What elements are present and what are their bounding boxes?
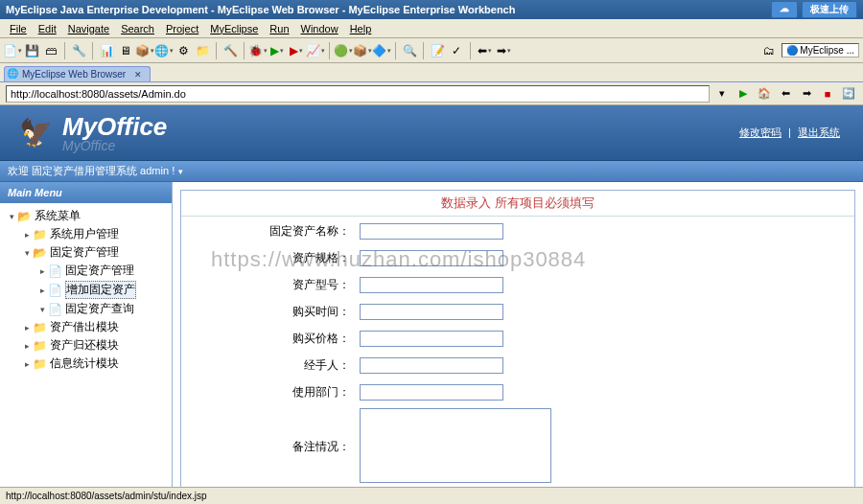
new-pkg-icon[interactable]: 📦 xyxy=(354,42,371,59)
folder-icon: 📂 xyxy=(17,210,33,223)
window-titlebar: MyEclipse Java Enterprise Development - … xyxy=(0,0,863,19)
tree-item-asset-query[interactable]: ▾ 📄 固定资产查询 xyxy=(2,300,170,318)
logo-icon: 🦅 xyxy=(19,117,53,149)
db-icon[interactable]: 📊 xyxy=(98,42,115,59)
expand-icon[interactable]: ▸ xyxy=(21,323,33,332)
label-model: 资产型号： xyxy=(183,272,356,297)
tree-item-stats[interactable]: ▸ 📁 信息统计模块 xyxy=(2,355,170,373)
server-icon[interactable]: 🖥 xyxy=(117,42,134,59)
annotate-icon[interactable]: 📝 xyxy=(429,42,446,59)
folder-icon: 📁 xyxy=(33,228,48,241)
input-dept[interactable] xyxy=(360,384,503,401)
tree-item-lend[interactable]: ▸ 📁 资产借出模块 xyxy=(2,318,170,336)
deploy-icon[interactable]: 📦 xyxy=(136,42,153,59)
save-all-icon[interactable]: 🗃 xyxy=(42,42,59,59)
folder-icon: 📁 xyxy=(33,339,48,353)
menu-edit[interactable]: Edit xyxy=(33,21,62,36)
new-class-icon[interactable]: 🟢 xyxy=(335,42,352,59)
open-type-icon[interactable]: 🔷 xyxy=(373,42,390,59)
expand-icon[interactable]: ▸ xyxy=(21,230,33,240)
new-icon[interactable]: 📄 xyxy=(4,42,21,59)
label-dept: 使用部门： xyxy=(183,379,356,404)
menu-help[interactable]: Help xyxy=(344,21,378,36)
logout-link[interactable]: 退出系统 xyxy=(794,126,844,138)
folder-icon: 📂 xyxy=(33,246,48,260)
sidebar-title: Main Menu xyxy=(0,182,172,203)
menu-myeclipse[interactable]: MyEclipse xyxy=(204,21,264,36)
close-icon[interactable]: ✕ xyxy=(134,70,142,80)
menu-file[interactable]: File xyxy=(4,21,33,36)
nav-fwd-icon[interactable]: ➡ xyxy=(798,85,815,103)
profile-icon[interactable]: 📈 xyxy=(307,42,324,59)
label-handler: 经手人： xyxy=(183,353,356,378)
task-icon[interactable]: ✓ xyxy=(448,42,465,59)
page-icon: 📄 xyxy=(48,264,63,278)
statusbar: http://localhost:8080/assets/admin/stu/i… xyxy=(0,487,863,504)
label-name: 固定资产名称： xyxy=(183,218,356,243)
gear-icon[interactable]: ⚙ xyxy=(175,42,192,59)
tree-item-return[interactable]: ▸ 📁 资产归还模块 xyxy=(2,336,170,355)
label-remark: 备注情况： xyxy=(183,406,356,487)
browser-tab[interactable]: MyEclipse Web Browser ✕ xyxy=(4,66,151,81)
upload-button[interactable]: 极速上传 xyxy=(802,1,857,18)
tree-item-asset-add[interactable]: ▸ 📄 增加固定资产 xyxy=(2,280,170,300)
tree-root[interactable]: ▾ 📂 系统菜单 xyxy=(2,207,170,225)
search-icon[interactable]: 🔍 xyxy=(401,42,418,59)
tool-icon[interactable]: 🔧 xyxy=(70,42,87,59)
dropdown-icon[interactable]: ▾ xyxy=(713,85,731,103)
collapse-icon[interactable]: ▾ xyxy=(36,305,48,314)
page-icon: 📄 xyxy=(48,303,63,316)
folder-icon[interactable]: 📁 xyxy=(194,42,211,59)
input-remark[interactable] xyxy=(360,408,551,483)
expand-icon[interactable]: ▸ xyxy=(36,286,48,295)
url-input[interactable] xyxy=(6,85,710,103)
back-icon[interactable]: ⬅ xyxy=(476,42,493,59)
cloud-icon[interactable]: ☁ xyxy=(771,1,798,18)
page-icon: 📄 xyxy=(48,284,63,297)
save-icon[interactable]: 💾 xyxy=(23,42,40,59)
input-handler[interactable] xyxy=(360,357,503,374)
change-password-link[interactable]: 修改密码 xyxy=(735,126,785,138)
build-icon[interactable]: 🔨 xyxy=(222,42,239,59)
debug-icon[interactable]: 🐞 xyxy=(249,42,267,59)
expand-icon[interactable]: ▸ xyxy=(36,266,48,276)
run-ext-icon[interactable]: ▶ xyxy=(288,42,305,59)
go-icon[interactable]: ▶ xyxy=(735,85,752,103)
label-spec: 资产规格： xyxy=(183,245,356,270)
collapse-icon[interactable]: ▾ xyxy=(6,212,17,221)
input-price[interactable] xyxy=(360,331,503,347)
home-icon[interactable]: 🏠 xyxy=(756,85,773,103)
input-name[interactable] xyxy=(360,223,503,240)
folder-icon: 📁 xyxy=(33,321,48,334)
tree-item-users[interactable]: ▸ 📁 系统用户管理 xyxy=(2,225,170,243)
input-model[interactable] xyxy=(360,277,503,293)
browser-icon[interactable]: 🌐 xyxy=(155,42,173,59)
nav-tree: ▾ 📂 系统菜单 ▸ 📁 系统用户管理 ▾ 📂 固定资产管理 ▸ 📄 固定资产管… xyxy=(0,203,172,377)
menu-navigate[interactable]: Navigate xyxy=(62,21,115,36)
expand-icon[interactable]: ▸ xyxy=(21,359,33,369)
logo-shadow: MyOffice xyxy=(62,138,167,153)
forward-icon[interactable]: ➡ xyxy=(495,42,512,59)
folder-icon: 📁 xyxy=(33,357,48,371)
expand-icon[interactable]: ▸ xyxy=(21,341,33,351)
menu-search[interactable]: Search xyxy=(115,21,160,36)
collapse-icon[interactable]: ▾ xyxy=(21,248,33,258)
menu-window[interactable]: Window xyxy=(295,21,344,36)
label-buytime: 购买时间： xyxy=(183,299,356,324)
menu-project[interactable]: Project xyxy=(160,21,204,36)
perspective-switcher[interactable]: 🔵 MyEclipse ... xyxy=(781,43,859,57)
input-spec[interactable] xyxy=(360,250,503,266)
run-icon[interactable]: ▶ xyxy=(268,42,286,59)
tree-item-asset-manage[interactable]: ▸ 📄 固定资产管理 xyxy=(2,262,170,280)
address-bar: ▾ ▶ 🏠 ⬅ ➡ ■ 🔄 xyxy=(0,82,863,105)
input-buytime[interactable] xyxy=(360,304,503,320)
toolbar: 📄 💾 🗃 🔧 📊 🖥 📦 🌐 ⚙ 📁 🔨 🐞 ▶ ▶ 📈 🟢 📦 🔷 🔍 📝 … xyxy=(0,38,863,63)
tree-item-assets[interactable]: ▾ 📂 固定资产管理 xyxy=(2,243,170,262)
label-price: 购买价格： xyxy=(183,326,356,351)
form-title: 数据录入 所有项目必须填写 xyxy=(181,191,854,217)
menu-run[interactable]: Run xyxy=(264,21,294,36)
perspective-icon[interactable]: 🗂 xyxy=(760,42,778,59)
nav-back-icon[interactable]: ⬅ xyxy=(777,85,794,103)
refresh-icon[interactable]: 🔄 xyxy=(840,85,857,103)
stop-icon[interactable]: ■ xyxy=(819,85,836,103)
